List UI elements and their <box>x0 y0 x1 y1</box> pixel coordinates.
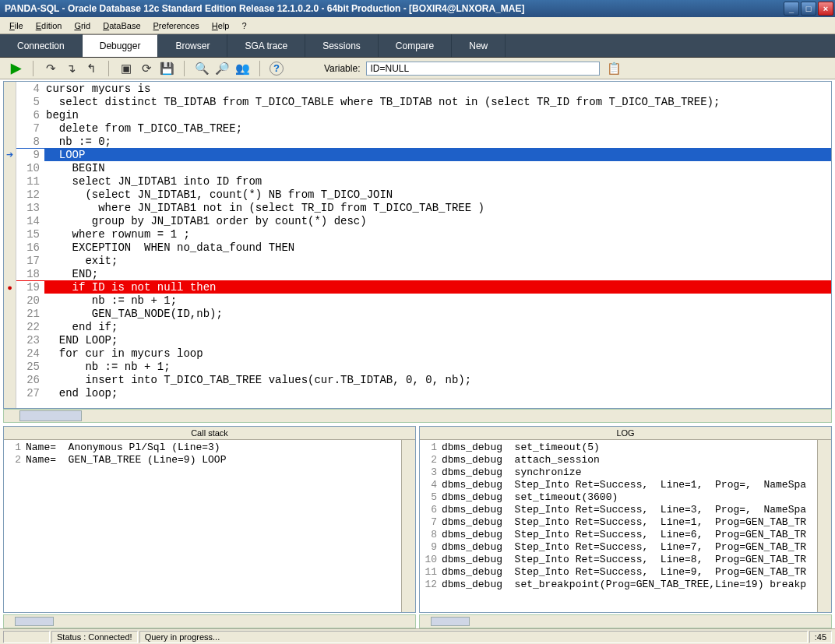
gutter-blank[interactable] <box>4 254 16 267</box>
code-line[interactable]: 17 exit; <box>16 254 831 267</box>
tab-compare[interactable]: Compare <box>379 34 452 57</box>
gutter-blank[interactable] <box>4 82 16 95</box>
log-row[interactable]: 11dbms_debug Step_Into Ret=Success, Line… <box>420 566 817 579</box>
log-row[interactable]: 7dbms_debug Step_Into Ret=Success, Line=… <box>420 516 817 529</box>
tab-sessions[interactable]: Sessions <box>305 34 379 57</box>
gutter-blank[interactable] <box>4 333 16 347</box>
log-vscrollbar[interactable] <box>817 440 831 612</box>
code-line[interactable]: 7 delete from T_DICO_TAB_TREE; <box>16 121 831 135</box>
code-line[interactable]: 16 EXCEPTION WHEN no_data_found THEN <box>16 241 831 254</box>
log-row[interactable]: 9dbms_debug Step_Into Ret=Success, Line=… <box>420 541 817 554</box>
stop-button[interactable]: ▣ <box>118 61 134 76</box>
log-body[interactable]: 1dbms_debug set_timeout(5)2dbms_debug at… <box>420 440 817 612</box>
callstack-row[interactable]: 1Name= Anonymous Pl/Sql (Line=3) <box>4 442 401 454</box>
tab-connection[interactable]: Connection <box>0 34 83 57</box>
log-row[interactable]: 6dbms_debug Step_Into Ret=Success, Line=… <box>420 504 817 516</box>
code-line[interactable]: 14 group by JN_IDTAB1 order by count(*) … <box>16 214 831 227</box>
save-button[interactable]: 💾 <box>159 61 174 76</box>
gutter-blank[interactable] <box>4 95 16 108</box>
tab-browser[interactable]: Browser <box>158 34 227 57</box>
tab-sga-trace[interactable]: SGA trace <box>227 34 305 57</box>
log-row[interactable]: 3dbms_debug synchronize <box>420 466 817 479</box>
menu-item-database[interactable]: DataBase <box>97 19 146 32</box>
code-line[interactable]: 10 BEGIN <box>16 161 831 174</box>
refresh-button[interactable]: ⟳ <box>139 61 154 76</box>
callstack-hscrollbar[interactable] <box>3 614 416 628</box>
gutter-blank[interactable] <box>4 227 16 241</box>
gutter-blank[interactable] <box>4 241 16 254</box>
tab-debugger[interactable]: Debugger <box>83 34 159 57</box>
gutter-blank[interactable] <box>4 360 16 373</box>
gutter-blank[interactable] <box>4 347 16 360</box>
gutter-blank[interactable] <box>4 294 16 307</box>
help-button[interactable]: ? <box>270 62 284 76</box>
menu-item-preferences[interactable]: Preferences <box>147 19 206 32</box>
callstack-vscrollbar[interactable] <box>401 440 415 612</box>
code-line[interactable]: 13 where JN_IDTAB1 not in (select TR_ID … <box>16 201 831 214</box>
code-line[interactable]: 11 select JN_IDTAB1 into ID from <box>16 174 831 188</box>
gutter-blank[interactable] <box>4 307 16 320</box>
log-row[interactable]: 1dbms_debug set_timeout(5) <box>420 442 817 454</box>
step-out-button[interactable]: ↰ <box>83 61 99 76</box>
menu-item-edition[interactable]: Edition <box>30 19 69 32</box>
code-line[interactable]: 4cursor mycurs is <box>16 82 831 95</box>
gutter-blank[interactable] <box>4 373 16 386</box>
menu-item-file[interactable]: File <box>3 19 30 32</box>
code-line[interactable]: 6begin <box>16 108 831 121</box>
tab-new[interactable]: New <box>452 34 506 57</box>
callstack-body[interactable]: 1Name= Anonymous Pl/Sql (Line=3)2Name= G… <box>4 440 401 612</box>
variable-input[interactable] <box>366 62 600 76</box>
log-row[interactable]: 2dbms_debug attach_session <box>420 454 817 466</box>
exec-pointer-icon[interactable]: ➔ <box>4 148 16 161</box>
breakpoint-icon[interactable]: ● <box>4 280 16 294</box>
close-button[interactable]: × <box>818 2 833 16</box>
code-line[interactable]: 23 END LOOP; <box>16 333 831 347</box>
code-line[interactable]: 27 end loop; <box>16 386 831 399</box>
variable-apply-button[interactable]: 📋 <box>606 61 622 76</box>
gutter-blank[interactable] <box>4 201 16 214</box>
code-line[interactable]: 5 select distinct TB_IDTAB from T_DICO_T… <box>16 95 831 108</box>
gutter-blank[interactable] <box>4 135 16 148</box>
maximize-button[interactable]: □ <box>801 2 816 16</box>
code-line[interactable]: 21 GEN_TAB_NODE(ID,nb); <box>16 307 831 320</box>
code-line[interactable]: 15 where rownum = 1 ; <box>16 227 831 241</box>
code-scroll[interactable]: 4cursor mycurs is5 select distinct TB_ID… <box>16 82 831 408</box>
code-line[interactable]: 24 for cur in mycurs loop <box>16 347 831 360</box>
gutter-blank[interactable] <box>4 320 16 333</box>
gutter-blank[interactable] <box>4 267 16 280</box>
callstack-row[interactable]: 2Name= GEN_TAB_TREE (Line=9) LOOP <box>4 454 401 466</box>
gutter-blank[interactable] <box>4 214 16 227</box>
code-line[interactable]: 8 nb := 0; <box>16 135 831 148</box>
code-line[interactable]: 18 END; <box>16 267 831 280</box>
code-line[interactable]: 9 LOOP <box>16 148 831 161</box>
gutter-blank[interactable] <box>4 121 16 135</box>
code-line[interactable]: 26 insert into T_DICO_TAB_TREE values(cu… <box>16 373 831 386</box>
find-next-button[interactable]: 🔎 <box>214 61 230 76</box>
gutter-blank[interactable] <box>4 174 16 188</box>
code-line[interactable]: 19 if ID is not null then <box>16 280 831 294</box>
step-into-button[interactable]: ↴ <box>63 61 79 76</box>
log-row[interactable]: 10dbms_debug Step_Into Ret=Success, Line… <box>420 554 817 566</box>
run-button[interactable]: ▶ <box>8 61 23 76</box>
gutter-blank[interactable] <box>4 386 16 399</box>
log-row[interactable]: 5dbms_debug set_timeout(3600) <box>420 491 817 504</box>
find-button[interactable]: 🔍 <box>194 61 210 76</box>
gutter-blank[interactable] <box>4 161 16 174</box>
find-people-button[interactable]: 👥 <box>234 61 250 76</box>
log-row[interactable]: 12dbms_debug set_breakpoint(Prog=GEN_TAB… <box>420 579 817 591</box>
code-line[interactable]: 25 nb := nb + 1; <box>16 360 831 373</box>
code-editor[interactable]: ➔● 4cursor mycurs is5 select distinct TB… <box>3 81 832 409</box>
log-row[interactable]: 4dbms_debug Step_Into Ret=Success, Line=… <box>420 479 817 491</box>
menu-item-help[interactable]: Help <box>206 19 236 32</box>
step-over-button[interactable]: ↷ <box>43 61 58 76</box>
menu-item-?[interactable]: ? <box>235 19 252 32</box>
code-line[interactable]: 22 end if; <box>16 320 831 333</box>
log-row[interactable]: 8dbms_debug Step_Into Ret=Success, Line=… <box>420 529 817 541</box>
editor-hscrollbar[interactable] <box>3 409 832 423</box>
menu-item-grid[interactable]: Grid <box>68 19 97 32</box>
gutter-blank[interactable] <box>4 188 16 201</box>
code-line[interactable]: 12 (select JN_IDTAB1, count(*) NB from T… <box>16 188 831 201</box>
log-hscrollbar[interactable] <box>419 614 832 628</box>
gutter-blank[interactable] <box>4 108 16 121</box>
code-line[interactable]: 20 nb := nb + 1; <box>16 294 831 307</box>
